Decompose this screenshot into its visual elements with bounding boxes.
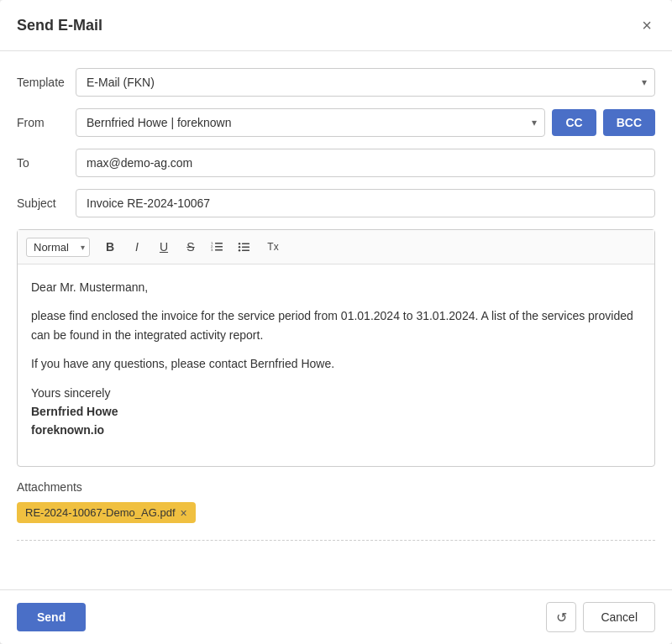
email-questions: If you have any questions, please contac… — [31, 354, 641, 373]
svg-rect-2 — [215, 249, 223, 251]
template-select[interactable]: E-Mail (FKN) — [76, 68, 655, 97]
from-select[interactable]: Bernfried Howe | foreknown — [76, 108, 545, 137]
format-select-wrapper: Normal ▾ — [26, 238, 90, 257]
send-email-modal: Send E-Mail × Template E-Mail (FKN) ▾ Fr… — [0, 0, 672, 644]
svg-point-9 — [239, 243, 240, 244]
underline-button[interactable]: U — [152, 235, 176, 259]
modal-header: Send E-Mail × — [0, 0, 672, 51]
from-row: From Bernfried Howe | foreknown ▾ CC BCC — [17, 108, 655, 137]
ordered-list-button[interactable]: 1. 2. 3. — [206, 235, 229, 259]
svg-rect-8 — [242, 250, 249, 252]
close-button[interactable]: × — [638, 13, 655, 37]
modal-footer: Send ↺ Cancel — [0, 589, 672, 644]
svg-rect-6 — [242, 243, 249, 245]
attachments-section: Attachments RE-2024-10067-Demo_AG.pdf × — [17, 480, 655, 523]
cc-button[interactable]: CC — [552, 109, 596, 136]
unordered-list-button[interactable] — [233, 235, 256, 259]
email-closing: Yours sincerely Bernfried Howe foreknown… — [31, 384, 641, 440]
from-select-wrapper: Bernfried Howe | foreknown ▾ — [76, 108, 545, 137]
svg-rect-7 — [242, 247, 249, 249]
svg-point-10 — [239, 246, 240, 248]
template-label: Template — [17, 76, 76, 89]
strikethrough-button[interactable]: S — [179, 235, 202, 259]
footer-divider — [17, 540, 655, 541]
attachment-item: RE-2024-10067-Demo_AG.pdf × — [17, 502, 196, 523]
svg-text:3.: 3. — [211, 248, 213, 252]
subject-label: Subject — [17, 196, 76, 210]
subject-row: Subject — [17, 189, 655, 217]
italic-button[interactable]: I — [125, 235, 149, 259]
editor-content[interactable]: Dear Mr. Mustermann, please find enclose… — [18, 264, 654, 466]
from-label: From — [17, 116, 76, 129]
template-select-wrapper: E-Mail (FKN) ▾ — [76, 68, 655, 97]
from-controls: Bernfried Howe | foreknown ▾ CC BCC — [76, 108, 655, 137]
cancel-button[interactable]: Cancel — [583, 602, 655, 632]
to-label: To — [17, 156, 76, 170]
format-select[interactable]: Normal — [26, 238, 90, 257]
email-company: foreknown.io — [31, 423, 104, 437]
modal-body: Template E-Mail (FKN) ▾ From Bernfried H… — [0, 51, 672, 589]
bold-button[interactable]: B — [98, 235, 122, 259]
reset-button[interactable]: ↺ — [546, 602, 576, 632]
svg-point-11 — [239, 249, 240, 251]
email-greeting: Dear Mr. Mustermann, — [31, 278, 641, 296]
email-body: please find enclosed the invoice for the… — [31, 306, 641, 344]
to-row: To — [17, 149, 655, 177]
email-editor: Normal ▾ B I U S 1. 2. 3. — [17, 229, 655, 467]
footer-right-actions: ↺ Cancel — [546, 602, 655, 632]
subject-input[interactable] — [76, 189, 655, 217]
attachments-label: Attachments — [17, 480, 655, 494]
attachment-filename: RE-2024-10067-Demo_AG.pdf — [25, 506, 176, 519]
attachment-remove-button[interactable]: × — [181, 507, 187, 519]
bcc-button[interactable]: BCC — [603, 109, 655, 136]
svg-rect-0 — [215, 243, 223, 244]
editor-toolbar: Normal ▾ B I U S 1. 2. 3. — [18, 230, 654, 264]
svg-rect-1 — [215, 246, 223, 248]
template-row: Template E-Mail (FKN) ▾ — [17, 68, 655, 97]
to-input[interactable] — [76, 149, 655, 177]
email-sender-name: Bernfried Howe — [31, 405, 118, 418]
clear-format-button[interactable]: Tx — [260, 235, 286, 259]
modal-title: Send E-Mail — [17, 17, 102, 34]
send-button[interactable]: Send — [17, 603, 86, 631]
